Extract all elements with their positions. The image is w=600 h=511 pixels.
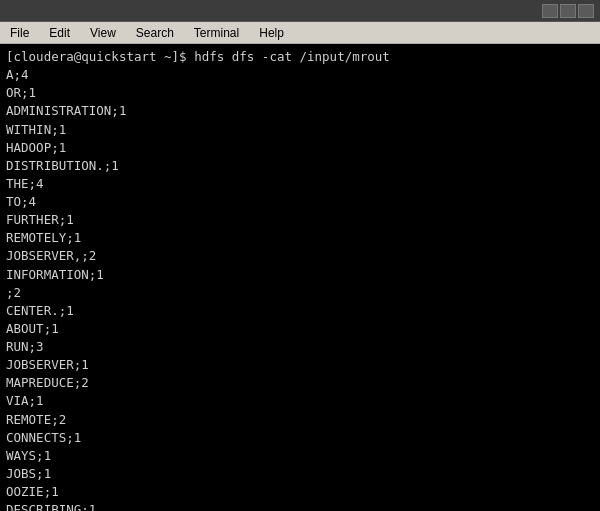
title-bar [0,0,600,22]
terminal-container: [cloudera@quickstart ~]$ hdfs dfs -cat /… [0,44,600,511]
menu-file[interactable]: File [4,24,35,42]
close-button[interactable] [578,4,594,18]
menu-bar: File Edit View Search Terminal Help [0,22,600,44]
menu-edit[interactable]: Edit [43,24,76,42]
menu-help[interactable]: Help [253,24,290,42]
menu-search[interactable]: Search [130,24,180,42]
minimize-button[interactable] [542,4,558,18]
menu-terminal[interactable]: Terminal [188,24,245,42]
terminal-output[interactable]: [cloudera@quickstart ~]$ hdfs dfs -cat /… [0,44,600,511]
terminal-text: [cloudera@quickstart ~]$ hdfs dfs -cat /… [6,48,594,511]
maximize-button[interactable] [560,4,576,18]
menu-view[interactable]: View [84,24,122,42]
